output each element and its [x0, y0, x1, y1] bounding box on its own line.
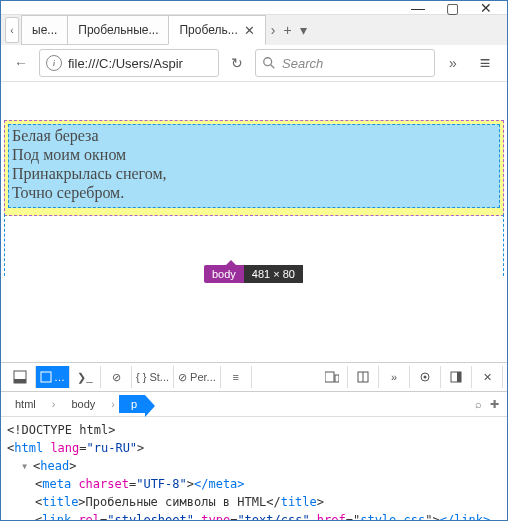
- content-area: Белая береза Под моим окном Принакрылась…: [1, 82, 507, 520]
- browser-window: — ▢ ✕ ‹ ые... Пробельные... Пробель... ✕…: [0, 0, 508, 521]
- dock-button[interactable]: [5, 366, 36, 388]
- svg-point-10: [424, 376, 427, 379]
- responsive-icon: [325, 371, 339, 383]
- search-icon: [262, 56, 276, 70]
- search-placeholder: Search: [282, 56, 323, 71]
- url-text: file:///C:/Users/Aspir: [68, 56, 183, 71]
- app-menu-button[interactable]: ≡: [471, 49, 499, 77]
- breadcrumb-search-icon[interactable]: ⌕: [475, 398, 482, 411]
- element-size-tooltip: body 481 × 80: [204, 265, 303, 283]
- tab-dropdown-button[interactable]: ▾: [300, 22, 307, 38]
- debugger-tab[interactable]: { } St...: [132, 366, 174, 388]
- split-button[interactable]: [348, 366, 379, 388]
- inspector-tab[interactable]: …: [36, 366, 70, 388]
- performance-tab[interactable]: ⊘ Per...: [174, 366, 221, 388]
- tooltip-tag: body: [204, 265, 244, 283]
- tab-overflow-left[interactable]: ые...: [21, 15, 68, 45]
- tree-title[interactable]: <title>Пробельные символы в HTML</title>: [7, 493, 501, 511]
- tab-item[interactable]: Пробельные...: [67, 15, 169, 45]
- tree-head-open[interactable]: <head>: [7, 457, 501, 475]
- tab-label: Пробельные...: [78, 23, 158, 37]
- tooltip-dimensions: 481 × 80: [244, 265, 303, 283]
- search-input[interactable]: Search: [255, 49, 435, 77]
- breadcrumb-plus-icon[interactable]: ✚: [490, 398, 499, 411]
- toolbar-overflow-button[interactable]: »: [441, 51, 465, 75]
- svg-rect-4: [41, 372, 51, 382]
- tree-html-open[interactable]: <html lang="ru-RU">: [7, 439, 501, 457]
- tree-doctype[interactable]: <!DOCTYPE html>: [7, 421, 501, 439]
- tab-label: ые...: [32, 23, 57, 37]
- site-info-icon[interactable]: i: [46, 55, 62, 71]
- svg-rect-5: [325, 372, 334, 382]
- tab-scroll-right[interactable]: ›: [271, 22, 276, 38]
- devtools-panel: … ❯_ ⊘ { } St... ⊘ Per... ≡ » ✕ html › b…: [1, 362, 507, 520]
- rendered-page: Белая береза Под моим окном Принакрылась…: [4, 120, 504, 290]
- tree-meta[interactable]: <meta charset="UTF-8"></meta>: [7, 475, 501, 493]
- new-tab-button[interactable]: +: [283, 22, 291, 38]
- url-input[interactable]: i file:///C:/Users/Aspir: [39, 49, 219, 77]
- dock-icon: [13, 370, 27, 384]
- tab-label: Пробель...: [179, 23, 237, 37]
- tab-scroll-left[interactable]: ‹: [5, 17, 19, 43]
- console-tab[interactable]: ❯_: [70, 366, 101, 388]
- tree-link[interactable]: <link rel="stylesheet" type="text/css" h…: [7, 511, 501, 520]
- dom-tree[interactable]: <!DOCTYPE html> <html lang="ru-RU"> <hea…: [1, 417, 507, 520]
- svg-rect-12: [457, 372, 461, 382]
- svg-point-0: [264, 58, 272, 66]
- svg-line-1: [271, 65, 275, 69]
- window-maximize-button[interactable]: ▢: [435, 1, 469, 14]
- tab-close-icon[interactable]: ✕: [244, 23, 255, 38]
- navigation-toolbar: ← i file:///C:/Users/Aspir ↻ Search » ≡: [1, 45, 507, 82]
- breadcrumb-p[interactable]: p: [119, 395, 145, 413]
- window-close-button[interactable]: ✕: [469, 1, 503, 14]
- dock-side-icon: [450, 371, 462, 383]
- responsive-button[interactable]: [317, 366, 348, 388]
- back-button[interactable]: ←: [9, 51, 33, 75]
- reload-button[interactable]: ↻: [225, 51, 249, 75]
- devtools-close-button[interactable]: ✕: [472, 366, 503, 388]
- tool-overflow-button[interactable]: »: [379, 366, 410, 388]
- window-controls: — ▢ ✕: [1, 1, 507, 15]
- gear-icon: [419, 371, 431, 383]
- tab-item-active[interactable]: Пробель... ✕: [168, 15, 265, 45]
- page-text: Белая береза Под моим окном Принакрылась…: [12, 126, 167, 202]
- breadcrumb: html › body › p ⌕ ✚: [1, 392, 507, 417]
- no-source-tab[interactable]: ⊘: [101, 366, 132, 388]
- window-minimize-button[interactable]: —: [401, 1, 435, 14]
- breadcrumb-html[interactable]: html: [3, 395, 48, 413]
- devtools-toolbar: … ❯_ ⊘ { } St... ⊘ Per... ≡ » ✕: [1, 363, 507, 392]
- inspector-icon: [40, 371, 52, 383]
- toolbar-align-1[interactable]: ≡: [221, 366, 252, 388]
- breadcrumb-body[interactable]: body: [59, 395, 107, 413]
- split-icon: [357, 371, 369, 383]
- svg-rect-3: [14, 379, 26, 383]
- settings-button[interactable]: [410, 366, 441, 388]
- dock-side-button[interactable]: [441, 366, 472, 388]
- svg-rect-6: [335, 375, 339, 382]
- tab-bar: ‹ ые... Пробельные... Пробель... ✕ › + ▾: [1, 15, 507, 45]
